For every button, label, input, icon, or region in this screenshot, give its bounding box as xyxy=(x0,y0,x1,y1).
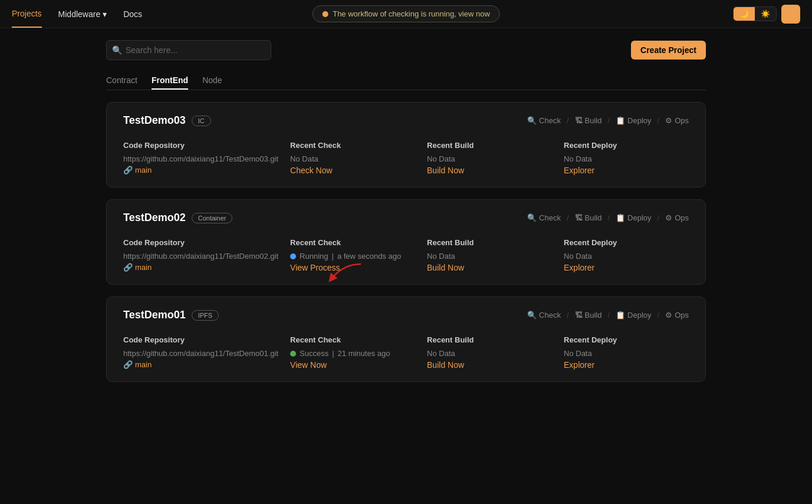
navbar: Projects Middleware ▾ Docs The workflow … xyxy=(0,0,812,28)
status-dot-running xyxy=(290,253,296,259)
project-name: TestDemo02 xyxy=(123,212,186,224)
action-check[interactable]: 🔍 Check xyxy=(527,116,561,125)
card-actions: 🔍 Check / 🏗 Build / 📋 Deploy / ⚙ Ops xyxy=(527,213,689,222)
action-ops[interactable]: ⚙ Ops xyxy=(665,311,689,319)
chain-icon: 🔗 xyxy=(123,263,133,272)
build-value: No Data xyxy=(427,349,552,358)
tab-contract[interactable]: Contract xyxy=(106,72,137,90)
card-body-testdemo02: Code Repository https://github.com/daixi… xyxy=(123,238,689,272)
explorer-button[interactable]: Explorer xyxy=(564,360,594,370)
divider: / xyxy=(607,213,610,222)
build-now-button[interactable]: Build Now xyxy=(427,166,464,175)
action-deploy[interactable]: 📋 Deploy xyxy=(616,311,651,319)
create-project-button[interactable]: Create Project xyxy=(631,41,706,60)
notification-text: The workflow of checking is running, vie… xyxy=(333,9,490,18)
build-section: Recent Build No Data Build Now xyxy=(427,238,552,272)
action-build[interactable]: 🏗 Build xyxy=(575,311,602,319)
notification-area: The workflow of checking is running, vie… xyxy=(312,5,500,22)
search-icon: 🔍 xyxy=(112,45,122,55)
deploy-label: Recent Deploy xyxy=(564,238,689,247)
avatar-button[interactable] xyxy=(781,5,800,24)
search-icon: 🔍 xyxy=(527,116,537,125)
card-header-testdemo02: TestDemo02 Container 🔍 Check / 🏗 Build /… xyxy=(123,212,689,224)
deploy-icon: 📋 xyxy=(616,213,625,222)
repo-label: Code Repository xyxy=(123,238,278,247)
project-tabs: Contract FrontEnd Node xyxy=(106,72,706,90)
check-section: Recent Check No Data Check Now xyxy=(290,141,415,175)
check-section: Recent Check Success | 21 minutes ago Vi… xyxy=(290,335,415,370)
check-value: No Data xyxy=(290,154,415,163)
nav-item-docs[interactable]: Docs xyxy=(123,1,142,27)
ops-icon: ⚙ xyxy=(665,213,672,222)
repo-label: Code Repository xyxy=(123,141,278,150)
nav-item-projects[interactable]: Projects xyxy=(12,1,42,28)
repo-branch: 🔗 main xyxy=(123,263,278,272)
project-card-testdemo02: TestDemo02 Container 🔍 Check / 🏗 Build /… xyxy=(106,199,706,285)
build-icon: 🏗 xyxy=(575,213,583,222)
check-label: Recent Check xyxy=(290,335,415,344)
build-value: No Data xyxy=(427,154,552,163)
action-build[interactable]: 🏗 Build xyxy=(575,213,602,222)
notification-banner[interactable]: The workflow of checking is running, vie… xyxy=(312,5,500,22)
action-deploy[interactable]: 📋 Deploy xyxy=(616,213,651,222)
card-actions: 🔍 Check / 🏗 Build / 📋 Deploy / ⚙ Ops xyxy=(527,116,689,125)
explorer-button[interactable]: Explorer xyxy=(564,263,594,272)
view-process-button[interactable]: View Process xyxy=(290,263,340,272)
explorer-button[interactable]: Explorer xyxy=(564,166,594,175)
deploy-value: No Data xyxy=(564,154,689,163)
separator: | xyxy=(331,252,333,261)
repo-url: https://github.com/daixiang11/TestDemo01… xyxy=(123,349,278,358)
theme-dark-button[interactable]: 🌙 xyxy=(734,7,755,21)
check-status-row: Success | 21 minutes ago xyxy=(290,349,415,358)
branch-link[interactable]: main xyxy=(135,263,152,272)
deploy-label: Recent Deploy xyxy=(564,141,689,150)
check-now-button[interactable]: Check Now xyxy=(290,166,333,175)
nav-item-middleware[interactable]: Middleware ▾ xyxy=(58,1,107,27)
search-input[interactable] xyxy=(106,40,271,60)
check-time: 21 minutes ago xyxy=(338,349,390,358)
view-now-button[interactable]: View Now xyxy=(290,360,327,370)
action-deploy[interactable]: 📋 Deploy xyxy=(616,116,651,125)
build-section: Recent Build No Data Build Now xyxy=(427,141,552,175)
check-label: Recent Check xyxy=(290,238,415,247)
deploy-value: No Data xyxy=(564,252,689,261)
check-time: a few seconds ago xyxy=(337,252,401,261)
repo-section: Code Repository https://github.com/daixi… xyxy=(123,335,278,370)
deploy-icon: 📋 xyxy=(616,311,625,319)
divider: / xyxy=(658,116,660,125)
deploy-section: Recent Deploy No Data Explorer xyxy=(564,238,689,272)
action-build[interactable]: 🏗 Build xyxy=(575,116,602,125)
divider: / xyxy=(658,213,660,222)
action-ops[interactable]: ⚙ Ops xyxy=(665,213,689,222)
ops-icon: ⚙ xyxy=(665,116,672,125)
build-label: Recent Build xyxy=(427,335,552,344)
search-icon: 🔍 xyxy=(527,213,537,222)
build-value: No Data xyxy=(427,252,552,261)
ops-icon: ⚙ xyxy=(665,311,672,319)
card-body-testdemo03: Code Repository https://github.com/daixi… xyxy=(123,141,689,175)
divider: / xyxy=(607,116,610,125)
project-badge: Container xyxy=(192,213,233,223)
deploy-section: Recent Deploy No Data Explorer xyxy=(564,141,689,175)
deploy-value: No Data xyxy=(564,349,689,358)
action-check[interactable]: 🔍 Check xyxy=(527,311,561,319)
branch-link[interactable]: main xyxy=(135,166,152,174)
build-now-button[interactable]: Build Now xyxy=(427,360,464,370)
card-actions: 🔍 Check / 🏗 Build / 📋 Deploy / ⚙ Ops xyxy=(527,311,689,319)
repo-url: https://github.com/daixiang11/TestDemo02… xyxy=(123,252,278,261)
check-section: Recent Check Running | a few seconds ago… xyxy=(290,238,415,272)
branch-link[interactable]: main xyxy=(135,360,152,369)
theme-light-button[interactable]: ☀️ xyxy=(755,7,776,21)
check-label: Recent Check xyxy=(290,141,415,150)
tab-node[interactable]: Node xyxy=(202,72,222,90)
project-card-testdemo01: TestDemo01 IPFS 🔍 Check / 🏗 Build / 📋 De… xyxy=(106,297,706,382)
check-status-row: Running | a few seconds ago xyxy=(290,252,415,261)
main-content: 🔍 Create Project Contract FrontEnd Node … xyxy=(0,28,812,406)
divider: / xyxy=(567,213,569,222)
tab-frontend[interactable]: FrontEnd xyxy=(152,72,188,90)
action-ops[interactable]: ⚙ Ops xyxy=(665,116,689,125)
build-icon: 🏗 xyxy=(575,116,583,125)
action-check[interactable]: 🔍 Check xyxy=(527,213,561,222)
card-header-testdemo01: TestDemo01 IPFS 🔍 Check / 🏗 Build / 📋 De… xyxy=(123,309,689,321)
build-now-button[interactable]: Build Now xyxy=(427,263,464,272)
